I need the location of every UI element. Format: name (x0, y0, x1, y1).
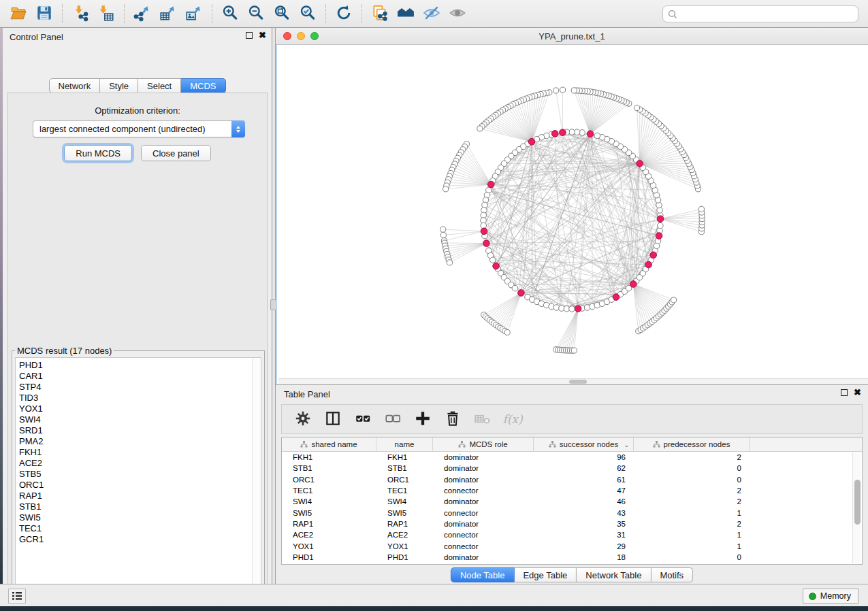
column-header-predecessor-nodes[interactable]: predecessor nodes (634, 437, 750, 451)
mcds-node[interactable] (657, 216, 664, 222)
select-all-columns-button[interactable] (353, 409, 373, 429)
result-node-item[interactable]: PMA2 (19, 436, 261, 447)
column-header-name[interactable]: name (376, 437, 433, 451)
show-all-button[interactable] (445, 3, 470, 24)
network-graph[interactable] (277, 45, 868, 384)
mcds-node[interactable] (575, 306, 581, 312)
tab-edge-table[interactable]: Edge Table (514, 567, 577, 582)
mcds-node[interactable] (645, 261, 652, 268)
mcds-node[interactable] (650, 252, 657, 259)
result-node-item[interactable]: ORC1 (19, 480, 261, 491)
zoom-selected-button[interactable] (295, 3, 321, 24)
tab-node-table[interactable]: Node Table (451, 567, 515, 582)
table-vscroll-thumb[interactable] (854, 480, 861, 525)
task-history-button[interactable] (8, 589, 26, 604)
result-node-item[interactable]: STB1 (19, 501, 261, 512)
mcds-node[interactable] (481, 228, 487, 235)
mcds-node[interactable] (487, 181, 494, 188)
show-column-panel-button[interactable] (323, 409, 343, 429)
memory-button[interactable]: Memory (803, 589, 858, 604)
import-network-button[interactable] (67, 3, 93, 24)
close-panel-button[interactable]: Close panel (141, 145, 211, 161)
delete-column-button[interactable] (443, 409, 463, 429)
first-neighbors-button[interactable] (393, 3, 419, 24)
mcds-node[interactable] (551, 131, 558, 137)
table-settings-gear-button[interactable] (293, 409, 313, 429)
export-image-button[interactable] (181, 3, 207, 24)
tab-style[interactable]: Style (100, 78, 138, 93)
toolbar-separator (212, 4, 212, 23)
hide-selected-button[interactable] (419, 3, 445, 24)
result-node-item[interactable]: CAR1 (19, 371, 261, 382)
export-table-button[interactable] (155, 3, 181, 24)
table-row[interactable]: SWI5SWI5connector431 (282, 507, 862, 518)
result-node-item[interactable]: GCR1 (19, 534, 261, 545)
tab-mcds[interactable]: MCDS (181, 78, 225, 93)
zoom-out-button[interactable] (243, 3, 269, 24)
network-hscroll-thumb[interactable] (569, 380, 587, 384)
save-session-button[interactable] (31, 3, 57, 24)
result-node-item[interactable]: FKH1 (19, 447, 261, 458)
result-node-item[interactable]: TEC1 (19, 523, 261, 534)
mcds-node[interactable] (613, 294, 620, 301)
table-row[interactable]: FKH1FKH1dominator962 (282, 452, 862, 463)
mcds-node[interactable] (493, 263, 500, 269)
column-header-successor-nodes[interactable]: successor nodes⌄ (534, 437, 634, 451)
mcds-node[interactable] (587, 131, 594, 137)
result-node-item[interactable]: SWI5 (19, 512, 261, 523)
result-node-item[interactable]: RAP1 (19, 491, 261, 501)
import-table-button[interactable] (93, 3, 119, 24)
refresh-view-button[interactable] (331, 3, 357, 24)
result-node-item[interactable]: TID3 (19, 393, 261, 403)
mcds-node[interactable] (560, 129, 566, 136)
search-box[interactable] (662, 5, 858, 22)
run-mcds-button[interactable]: Run MCDS (64, 145, 132, 161)
result-node-item[interactable]: SRD1 (19, 425, 261, 436)
table-row[interactable]: ACE2ACE2connector311 (282, 529, 862, 540)
table-row[interactable]: TEC1TEC1connector472 (282, 485, 862, 496)
new-network-from-selection-button[interactable] (367, 3, 393, 24)
float-table-panel-icon[interactable] (841, 389, 848, 396)
tab-network[interactable]: Network (48, 78, 100, 93)
close-panel-icon[interactable]: ✖ (259, 32, 266, 39)
table-row[interactable]: STB1STB1dominator620 (282, 463, 862, 474)
network-hscrollbar[interactable] (278, 378, 868, 384)
mcds-node[interactable] (518, 290, 525, 297)
result-node-item[interactable]: SWI4 (19, 414, 261, 425)
open-file-button[interactable] (5, 3, 31, 24)
search-input[interactable] (677, 9, 858, 19)
result-list-scrollbar[interactable] (252, 358, 261, 593)
zoom-fit-button[interactable] (269, 3, 295, 24)
result-node-item[interactable]: ACE2 (19, 458, 261, 469)
add-column-button[interactable] (413, 409, 433, 429)
result-node-item[interactable]: STB5 (19, 469, 261, 480)
table-row[interactable]: SWI4SWI4dominator462 (282, 496, 862, 507)
node-table[interactable]: shared namenameMCDS rolesuccessor nodes⌄… (281, 437, 863, 565)
table-row[interactable]: ORC1ORC1dominator610 (282, 474, 862, 485)
zoom-in-button[interactable] (217, 3, 243, 24)
float-panel-icon[interactable] (246, 32, 253, 39)
tab-network-table[interactable]: Network Table (577, 567, 651, 582)
mcds-node[interactable] (483, 240, 490, 247)
mcds-result-list[interactable]: PHD1CAR1STP4TID3YOX1SWI4SRD1PMA2FKH1ACE2… (15, 357, 261, 593)
mcds-node[interactable] (637, 161, 643, 167)
mcds-node[interactable] (630, 281, 637, 288)
table-row[interactable]: YOX1YOX1connector291 (282, 540, 862, 551)
result-node-item[interactable]: STP4 (19, 382, 261, 393)
network-canvas[interactable] (276, 45, 868, 384)
tab-select[interactable]: Select (138, 78, 181, 93)
mcds-node[interactable] (528, 138, 535, 145)
table-row[interactable]: PHD1PHD1dominator180 (282, 552, 862, 563)
tab-motifs[interactable]: Motifs (651, 567, 693, 582)
result-node-item[interactable]: YOX1 (19, 403, 261, 414)
table-vscrollbar[interactable] (852, 452, 861, 563)
result-node-item[interactable]: PHD1 (19, 360, 261, 371)
column-header-shared-name[interactable]: shared name (282, 437, 376, 451)
optimization-criterion-select[interactable]: largest connected component (undirected) (33, 120, 245, 137)
unselect-all-columns-button[interactable] (383, 409, 403, 429)
close-table-panel-icon[interactable]: ✖ (854, 389, 861, 396)
export-network-button[interactable] (129, 3, 155, 24)
column-header-MCDS-role[interactable]: MCDS role (433, 437, 534, 451)
mcds-node[interactable] (656, 233, 662, 240)
table-row[interactable]: RAP1RAP1dominator352 (282, 518, 862, 529)
